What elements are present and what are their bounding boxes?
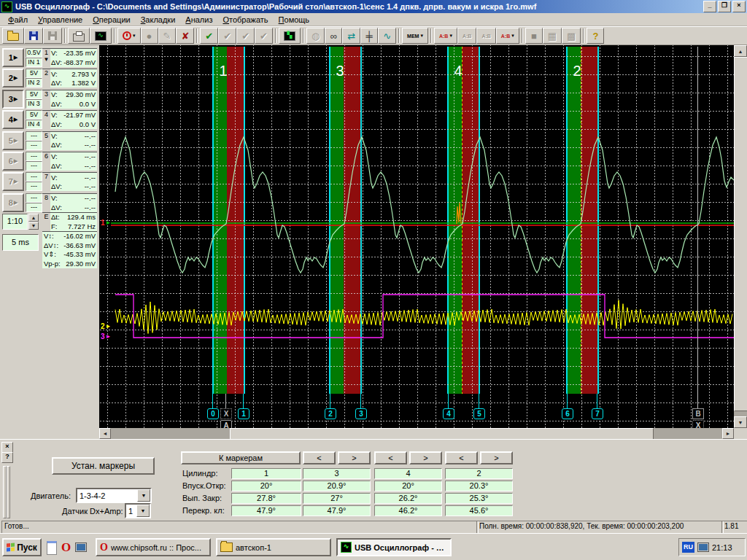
- restore-button[interactable]: ❐: [718, 1, 731, 12]
- memory-dropdown-icon[interactable]: ▾: [420, 33, 423, 39]
- memory-button[interactable]: MEM▾: [402, 28, 428, 44]
- channel-8-gain[interactable]: ---: [26, 193, 42, 203]
- task-folder[interactable]: автскоп-1: [216, 538, 331, 556]
- open-button[interactable]: [2, 28, 24, 44]
- marker-wave-button[interactable]: ∿: [378, 28, 396, 44]
- probe-scale-field[interactable]: 1:10: [2, 214, 28, 230]
- marker-next-button-3[interactable]: >: [480, 451, 513, 464]
- menu-bookmarks[interactable]: Закладки: [136, 14, 181, 26]
- square-view-button[interactable]: ■: [525, 28, 543, 44]
- print-button[interactable]: [68, 28, 90, 44]
- timebase-field[interactable]: 5 ms: [2, 234, 39, 251]
- power-start-button[interactable]: ▾: [117, 28, 141, 44]
- channel-3-gain[interactable]: 5V: [26, 90, 42, 99]
- horizontal-scrollbar[interactable]: ◄►: [99, 428, 734, 439]
- marker-7[interactable]: 7: [592, 408, 603, 419]
- start-button[interactable]: Пуск: [2, 538, 42, 556]
- channel-3-position-arrow[interactable]: 3►: [101, 332, 111, 342]
- abc-panel-dropdown-icon[interactable]: ▾: [511, 33, 514, 39]
- engine-dropdown-icon[interactable]: ▼: [137, 489, 150, 502]
- scroll-up-button[interactable]: ▲: [734, 45, 747, 57]
- channel-5-gain[interactable]: ---: [26, 131, 42, 141]
- channel-4-input[interactable]: IN 4: [26, 120, 42, 129]
- channel-4-gain[interactable]: 5V: [26, 110, 42, 120]
- tray-display-icon[interactable]: [697, 542, 709, 552]
- minimize-button[interactable]: _: [703, 1, 716, 12]
- abc-panel-button[interactable]: A:B▾: [496, 28, 519, 44]
- set-markers-button[interactable]: Устан. маркеры: [52, 457, 155, 475]
- cursor-A[interactable]: A: [220, 420, 232, 428]
- task-browser[interactable]: Owww.chipsoft.ru :: Прос...: [96, 538, 211, 556]
- channel-2-position-arrow[interactable]: 2►: [101, 322, 111, 332]
- search-button[interactable]: ∞: [325, 28, 342, 44]
- abc-open-dropdown-icon[interactable]: ▾: [449, 33, 452, 39]
- menu-file[interactable]: Файл: [3, 14, 33, 26]
- scroll-down-button[interactable]: ▼: [734, 416, 747, 428]
- marker-prev-button-1[interactable]: <: [303, 451, 336, 464]
- quicklaunch-notepad-icon[interactable]: [47, 541, 58, 553]
- delete-signal-button[interactable]: ✘: [176, 28, 194, 44]
- help-button[interactable]: ?: [587, 28, 604, 44]
- scroll-left-button[interactable]: ◄: [99, 428, 111, 439]
- marker-3[interactable]: 3: [355, 408, 367, 419]
- record-button[interactable]: ●: [141, 28, 158, 44]
- cursor-B[interactable]: B: [692, 408, 704, 419]
- channel-2-button[interactable]: 2▶: [2, 69, 24, 88]
- task-oscilloscope[interactable]: ∿USB Осциллограф - С...: [336, 538, 452, 556]
- marker-0[interactable]: 0: [207, 408, 219, 419]
- channel-4-button[interactable]: 4▶: [2, 110, 24, 129]
- marker-2[interactable]: 2: [325, 408, 336, 419]
- marker-5[interactable]: 5: [473, 408, 485, 419]
- language-indicator[interactable]: RU: [682, 542, 694, 553]
- sensor-dropdown-icon[interactable]: ▼: [136, 505, 150, 517]
- channel-6-gain[interactable]: ---: [26, 152, 42, 161]
- menu-operations[interactable]: Операции: [88, 14, 135, 26]
- channel-1-input[interactable]: IN 1: [26, 58, 42, 67]
- channel-3-input[interactable]: IN 3: [26, 99, 42, 109]
- marker-arrows-button[interactable]: ⇄: [342, 28, 360, 44]
- menu-analysis[interactable]: Анализ: [180, 14, 217, 26]
- marker-prev-button-2[interactable]: <: [374, 451, 407, 464]
- close-button[interactable]: ×: [732, 1, 746, 12]
- cursor-X[interactable]: X: [220, 408, 232, 419]
- quicklaunch-opera-icon[interactable]: O: [61, 541, 73, 553]
- to-markers-button[interactable]: К маркерам: [181, 451, 301, 464]
- menu-help[interactable]: Помощь: [274, 14, 315, 26]
- menu-display[interactable]: Отображать: [217, 14, 273, 26]
- menu-control[interactable]: Управление: [33, 14, 88, 26]
- marker-next-button-1[interactable]: >: [338, 451, 371, 464]
- abc-open-button[interactable]: A:B▾: [434, 28, 457, 44]
- panel-help-button[interactable]: ?: [1, 452, 13, 463]
- channel-6-input[interactable]: ---: [26, 161, 42, 171]
- channel-7-gain[interactable]: ---: [26, 172, 42, 182]
- marker-next-button-2[interactable]: >: [409, 451, 442, 464]
- marker-vertical-button[interactable]: ╪: [360, 28, 378, 44]
- panel-grip[interactable]: [7, 466, 10, 518]
- quicklaunch-desktop-icon[interactable]: [75, 541, 87, 553]
- oscilloscope-plot[interactable]: 1342 01234567XABX1►2►3►: [99, 45, 734, 428]
- channel-2-input[interactable]: IN 2: [26, 78, 42, 88]
- check-apply-button[interactable]: ✔: [200, 28, 218, 44]
- marker-6[interactable]: 6: [562, 408, 573, 419]
- marker-4[interactable]: 4: [443, 408, 454, 419]
- print-preview-button[interactable]: ∿: [90, 28, 112, 44]
- scale-up-button[interactable]: ▲: [28, 214, 39, 222]
- marker-1[interactable]: 1: [238, 408, 249, 419]
- channel-1-button[interactable]: 1▶: [2, 48, 24, 67]
- power-start-dropdown-icon[interactable]: ▾: [133, 33, 136, 39]
- scroll-right-button[interactable]: ►: [722, 428, 734, 439]
- marker-prev-button-3[interactable]: <: [445, 451, 478, 464]
- channel-1-gain[interactable]: 0.5V: [26, 48, 42, 58]
- scale-down-button[interactable]: ▼: [28, 222, 39, 230]
- sensor-combobox[interactable]: 1 ▼: [125, 503, 151, 518]
- channel-1-position-arrow[interactable]: 1►: [101, 218, 111, 228]
- channel-3-button[interactable]: 3▶: [2, 90, 24, 109]
- cursor-X[interactable]: X: [692, 420, 704, 428]
- panel-close-button[interactable]: ×: [1, 442, 13, 453]
- view-screen-button[interactable]: ▚: [279, 28, 301, 44]
- vertical-scrollbar[interactable]: ▲▼: [734, 45, 747, 428]
- engine-combobox[interactable]: 1-3-4-2 ▼: [76, 488, 152, 503]
- channel-5-input[interactable]: ---: [26, 141, 42, 150]
- channel-7-input[interactable]: ---: [26, 182, 42, 191]
- save-button[interactable]: [24, 28, 43, 44]
